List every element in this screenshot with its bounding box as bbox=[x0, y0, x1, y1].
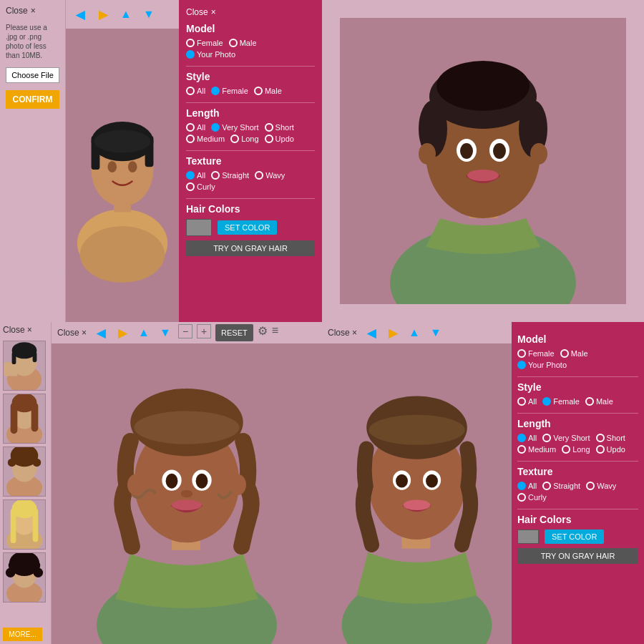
color-swatch[interactable] bbox=[186, 219, 212, 236]
q4-style-male-option[interactable]: Male bbox=[585, 397, 613, 406]
q4-model-female-radio[interactable] bbox=[517, 349, 526, 358]
q3-close-button[interactable]: Close bbox=[3, 325, 25, 335]
more-button[interactable]: MORE... bbox=[3, 628, 42, 641]
q4-nav-down[interactable]: ▼ bbox=[427, 324, 444, 341]
texture-straight-option[interactable]: Straight bbox=[211, 171, 249, 180]
q3-close-x[interactable]: × bbox=[27, 325, 32, 335]
length-short-option[interactable]: Short bbox=[265, 123, 294, 132]
q4-color-swatch[interactable] bbox=[517, 530, 539, 544]
q4-set-color-button[interactable]: SET COLOR bbox=[545, 530, 604, 544]
q4-style-male-radio[interactable] bbox=[585, 397, 594, 406]
q4-length-medium-option[interactable]: Medium bbox=[517, 445, 556, 454]
q3-menu-icon[interactable]: ≡ bbox=[272, 324, 278, 341]
texture-curly-radio[interactable] bbox=[186, 182, 195, 191]
q4-length-long-option[interactable]: Long bbox=[562, 445, 590, 454]
q4-length-all-option[interactable]: All bbox=[517, 434, 537, 442]
length-long-option[interactable]: Long bbox=[230, 135, 258, 143]
length-all-option[interactable]: All bbox=[186, 123, 205, 132]
model-yourphoto-radio[interactable] bbox=[186, 50, 195, 59]
length-all-radio[interactable] bbox=[186, 123, 195, 132]
q4-nav-left[interactable]: ◀ bbox=[363, 324, 380, 341]
q4-texture-all-option[interactable]: All bbox=[517, 482, 537, 490]
model-female-radio[interactable] bbox=[186, 39, 195, 47]
q4-length-all-radio[interactable] bbox=[517, 434, 526, 442]
q4-model-yourphoto-option[interactable]: Your Photo bbox=[517, 361, 638, 369]
try-gray-button[interactable]: TRY ON GRAY HAIR bbox=[186, 240, 315, 256]
set-color-button[interactable]: SET COLOR bbox=[218, 220, 277, 235]
thumbnail-5[interactable] bbox=[3, 552, 46, 602]
q3-nav-left[interactable]: ◀ bbox=[92, 324, 109, 341]
thumbnail-2[interactable] bbox=[3, 394, 46, 444]
model-male-option[interactable]: Male bbox=[229, 39, 257, 47]
thumbnail-1[interactable] bbox=[3, 341, 46, 391]
model-yourphoto-option[interactable]: Your Photo bbox=[186, 50, 315, 59]
length-veryshort-option[interactable]: Very Short bbox=[211, 123, 258, 132]
length-medium-option[interactable]: Medium bbox=[186, 135, 225, 143]
q3-reset-button[interactable]: RESET bbox=[215, 324, 253, 341]
q4-texture-curly-radio[interactable] bbox=[517, 493, 526, 502]
q4-length-short-option[interactable]: Short bbox=[596, 434, 625, 442]
style-female-option[interactable]: Female bbox=[211, 87, 248, 95]
style-female-radio[interactable] bbox=[211, 87, 220, 95]
panel-close-button[interactable]: Close × bbox=[186, 7, 315, 17]
q4-texture-all-radio[interactable] bbox=[517, 482, 526, 490]
style-all-radio[interactable] bbox=[186, 87, 195, 95]
length-updo-radio[interactable] bbox=[265, 135, 273, 143]
q4-style-female-option[interactable]: Female bbox=[542, 397, 580, 406]
style-all-option[interactable]: All bbox=[186, 87, 205, 95]
length-updo-option[interactable]: Updo bbox=[265, 135, 294, 143]
confirm-button[interactable]: CONFIRM bbox=[6, 90, 59, 109]
q3-nav-right[interactable]: ▶ bbox=[114, 324, 131, 341]
nav-down-arrow[interactable]: ▼ bbox=[140, 6, 157, 23]
style-male-radio[interactable] bbox=[254, 87, 263, 95]
choose-file-button[interactable]: Choose File bbox=[6, 67, 59, 83]
length-veryshort-radio[interactable] bbox=[211, 123, 220, 132]
q4-model-male-option[interactable]: Male bbox=[560, 349, 588, 358]
length-short-radio[interactable] bbox=[265, 123, 273, 132]
q4-main-close-button[interactable]: Close × bbox=[328, 328, 357, 338]
q3-nav-down[interactable]: ▼ bbox=[157, 324, 174, 341]
texture-curly-option[interactable]: Curly bbox=[186, 182, 215, 191]
close-button[interactable]: Close × bbox=[6, 6, 59, 16]
q4-try-gray-button[interactable]: TRY ON GRAY HAIR bbox=[517, 548, 638, 564]
q3-nav-up[interactable]: ▲ bbox=[135, 324, 152, 341]
model-male-radio[interactable] bbox=[229, 39, 238, 47]
texture-straight-radio[interactable] bbox=[211, 171, 220, 180]
q4-texture-curly-option[interactable]: Curly bbox=[517, 493, 547, 502]
q4-style-female-radio[interactable] bbox=[542, 397, 551, 406]
texture-wavy-radio[interactable] bbox=[255, 171, 263, 180]
q4-nav-right[interactable]: ▶ bbox=[384, 324, 401, 341]
q4-length-updo-radio[interactable] bbox=[596, 445, 605, 454]
q4-texture-straight-option[interactable]: Straight bbox=[542, 482, 580, 490]
q4-model-male-radio[interactable] bbox=[560, 349, 569, 358]
q4-texture-wavy-radio[interactable] bbox=[586, 482, 595, 490]
q4-length-veryshort-radio[interactable] bbox=[542, 434, 551, 442]
thumbnail-3[interactable] bbox=[3, 447, 46, 497]
texture-wavy-option[interactable]: Wavy bbox=[255, 171, 285, 180]
q4-texture-wavy-option[interactable]: Wavy bbox=[586, 482, 616, 490]
q4-length-short-radio[interactable] bbox=[596, 434, 605, 442]
nav-right-arrow[interactable]: ▶ bbox=[94, 6, 112, 23]
q3-zoom-in-button[interactable]: + bbox=[197, 324, 211, 338]
thumbnail-4[interactable] bbox=[3, 499, 46, 550]
length-long-radio[interactable] bbox=[230, 135, 239, 143]
q4-length-long-radio[interactable] bbox=[562, 445, 570, 454]
q3-main-close-button[interactable]: Close × bbox=[57, 328, 87, 338]
q4-model-female-option[interactable]: Female bbox=[517, 349, 555, 358]
nav-left-arrow[interactable]: ◀ bbox=[72, 6, 89, 23]
q4-nav-up[interactable]: ▲ bbox=[406, 324, 423, 341]
q4-style-all-option[interactable]: All bbox=[517, 397, 537, 406]
q4-length-medium-radio[interactable] bbox=[517, 445, 526, 454]
texture-all-option[interactable]: All bbox=[186, 171, 205, 180]
q3-gear-icon[interactable]: ⚙ bbox=[258, 324, 268, 341]
length-medium-radio[interactable] bbox=[186, 135, 195, 143]
q4-length-veryshort-option[interactable]: Very Short bbox=[542, 434, 590, 442]
nav-up-arrow[interactable]: ▲ bbox=[117, 6, 135, 23]
q4-texture-straight-radio[interactable] bbox=[542, 482, 551, 490]
q4-length-updo-option[interactable]: Updo bbox=[596, 445, 625, 454]
texture-all-radio[interactable] bbox=[186, 171, 195, 180]
style-male-option[interactable]: Male bbox=[254, 87, 282, 95]
q3-zoom-out-button[interactable]: − bbox=[178, 324, 192, 338]
q4-model-yourphoto-radio[interactable] bbox=[517, 361, 526, 369]
model-female-option[interactable]: Female bbox=[186, 39, 223, 47]
